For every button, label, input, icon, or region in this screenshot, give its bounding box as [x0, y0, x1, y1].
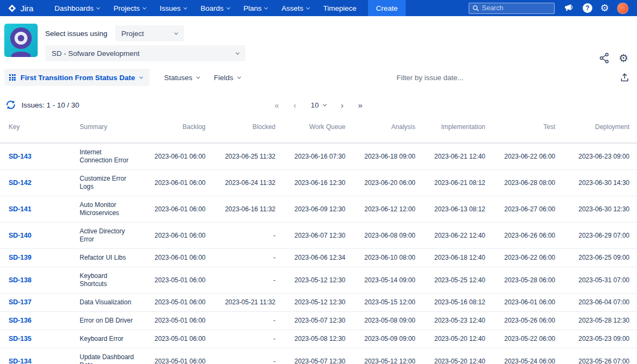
nav-item-assets[interactable]: Assets: [274, 0, 316, 16]
table-row: SD-136Error on DB Driver2023-05-01 06:00…: [0, 312, 637, 330]
issue-key-link[interactable]: SD-142: [9, 179, 31, 187]
project-value: SD - Sofware Development: [52, 49, 140, 58]
date-cell: 2023-05-14 09:00: [350, 267, 420, 294]
nav-item-projects[interactable]: Projects: [107, 0, 153, 16]
search-input[interactable]: [482, 4, 551, 12]
date-cell: 2023-06-08 09:00: [350, 223, 420, 249]
issue-key-link[interactable]: SD-139: [9, 254, 31, 261]
date-cell: 2023-06-21 12:40: [420, 143, 490, 170]
settings-gear-icon[interactable]: ⚙: [600, 3, 609, 13]
date-cell: 2023-05-20 12:40: [420, 348, 490, 364]
chevron-down-icon: [227, 5, 230, 9]
first-page-button[interactable]: «: [274, 101, 279, 109]
column-header-summary: Summary: [75, 120, 140, 143]
announcements-icon[interactable]: [564, 4, 575, 13]
column-header-backlog: Backlog: [140, 120, 210, 143]
gadget-settings-gear-icon[interactable]: ⚙: [619, 53, 628, 63]
date-cell: 2023-06-16 11:32: [210, 196, 280, 223]
date-cell: 2023-06-10 08:00: [350, 249, 420, 267]
pagination: « ‹ 10 › »: [274, 101, 363, 109]
date-cell: 2023-06-01 06:00: [140, 223, 210, 249]
issue-summary: Keyboard Shortcuts: [75, 267, 140, 294]
issue-key-link[interactable]: SD-141: [9, 205, 31, 213]
help-icon[interactable]: ?: [583, 3, 592, 13]
issue-source-dropdown[interactable]: Project: [115, 25, 184, 41]
search-icon: [472, 5, 479, 12]
date-cell: 2023-06-12 12:00: [350, 196, 420, 223]
issue-key-link[interactable]: SD-136: [9, 317, 31, 324]
date-cell: 2023-05-21 11:32: [210, 294, 280, 312]
date-cell: 2023-05-26 07:00: [560, 348, 637, 364]
nav-item-dashboards[interactable]: Dashboards: [47, 0, 107, 16]
issue-key-link[interactable]: SD-138: [9, 276, 31, 284]
issue-source-value: Project: [122, 30, 144, 38]
issue-key-link[interactable]: SD-137: [9, 298, 31, 306]
date-cell: 2023-05-31 07:00: [560, 267, 637, 294]
table-row: SD-134Update Dashboard Data2023-05-01 06…: [0, 348, 637, 364]
date-cell: 2023-06-21 08:12: [420, 170, 490, 196]
date-cell: 2023-05-22 06:00: [490, 330, 560, 348]
issue-key-link[interactable]: SD-143: [9, 153, 31, 160]
issues-bar: Issues: 1 - 10 / 30 « ‹ 10 › »: [0, 96, 637, 113]
date-cell: 2023-06-30 14:30: [560, 170, 637, 196]
date-cell: 2023-06-18 12:40: [420, 249, 490, 267]
nav-item-plans[interactable]: Plans: [237, 0, 275, 16]
date-cell: 2023-06-22 06:00: [490, 143, 560, 170]
navbar-icon-group: ? ⚙: [555, 3, 637, 14]
prev-page-button[interactable]: ‹: [293, 101, 296, 109]
issue-key-link[interactable]: SD-135: [9, 335, 31, 342]
date-cell: 2023-06-25 11:32: [210, 143, 280, 170]
date-cell: 2023-05-01 06:00: [140, 330, 210, 348]
issue-summary: Internet Connection Error: [75, 143, 140, 170]
date-filter-input[interactable]: [251, 74, 609, 82]
date-cell: 2023-06-23 09:00: [560, 143, 637, 170]
column-header-key: Key: [0, 120, 75, 143]
date-cell: 2023-06-01 06:00: [490, 294, 560, 312]
last-page-button[interactable]: »: [358, 101, 363, 109]
statuses-dropdown[interactable]: Statuses: [164, 74, 200, 82]
nav-item-boards[interactable]: Boards: [194, 0, 237, 16]
date-cell: 2023-05-24 06:00: [490, 348, 560, 364]
nav-item-issues[interactable]: Issues: [153, 0, 194, 16]
date-cell: 2023-05-01 06:00: [140, 294, 210, 312]
metric-dropdown[interactable]: First Transition From Status Date: [4, 69, 150, 86]
date-cell: 2023-05-20 12:40: [420, 330, 490, 348]
nav-item-label: Projects: [114, 4, 140, 12]
date-cell: 2023-05-26 06:00: [490, 312, 560, 330]
brand-label: Jira: [20, 4, 33, 13]
column-header-implementation: Implementation: [420, 120, 490, 143]
date-cell: 2023-06-01 06:00: [140, 170, 210, 196]
date-cell: -: [210, 348, 280, 364]
page-size-select[interactable]: 10: [310, 101, 326, 109]
chevron-down-icon: [139, 75, 143, 78]
date-cell: 2023-05-01 06:00: [140, 348, 210, 364]
jira-logo[interactable]: Jira: [8, 4, 33, 13]
user-avatar[interactable]: [617, 3, 628, 14]
chevron-down-icon: [306, 5, 310, 9]
date-cell: 2023-06-16 07:30: [280, 143, 350, 170]
date-cell: 2023-06-30 12:30: [560, 196, 637, 223]
nav-item-timepiece[interactable]: Timepiece: [316, 0, 364, 16]
table-row: SD-135Keyboard Error2023-05-01 06:00-202…: [0, 330, 637, 348]
date-cell: 2023-06-01 06:00: [140, 249, 210, 267]
report-toolbar: First Transition From Status Date Status…: [0, 68, 637, 87]
export-icon[interactable]: [620, 72, 629, 83]
table-row: SD-137Data Visualization2023-05-01 06:00…: [0, 294, 637, 312]
navbar-search[interactable]: [469, 3, 555, 14]
column-header-work-queue: Work Queue: [280, 120, 350, 143]
share-icon[interactable]: [599, 53, 609, 63]
date-cell: -: [210, 223, 280, 249]
issue-key-link[interactable]: SD-134: [9, 358, 31, 364]
project-dropdown[interactable]: SD - Sofware Development: [45, 45, 245, 61]
issue-key-link[interactable]: SD-140: [9, 232, 31, 239]
create-button[interactable]: Create: [368, 0, 406, 16]
next-page-button[interactable]: ›: [341, 101, 344, 109]
chevron-down-icon: [236, 51, 239, 54]
date-cell: 2023-06-01 06:00: [140, 196, 210, 223]
fields-dropdown[interactable]: Fields: [214, 74, 240, 82]
table-row: SD-138Keyboard Shortcuts2023-05-01 06:00…: [0, 267, 637, 294]
metric-label: First Transition From Status Date: [20, 74, 135, 82]
issue-source-selectors: Select issues using Project SD - Sofware…: [45, 24, 245, 61]
refresh-icon[interactable]: [5, 99, 16, 110]
date-cell: 2023-05-12 12:30: [280, 267, 350, 294]
